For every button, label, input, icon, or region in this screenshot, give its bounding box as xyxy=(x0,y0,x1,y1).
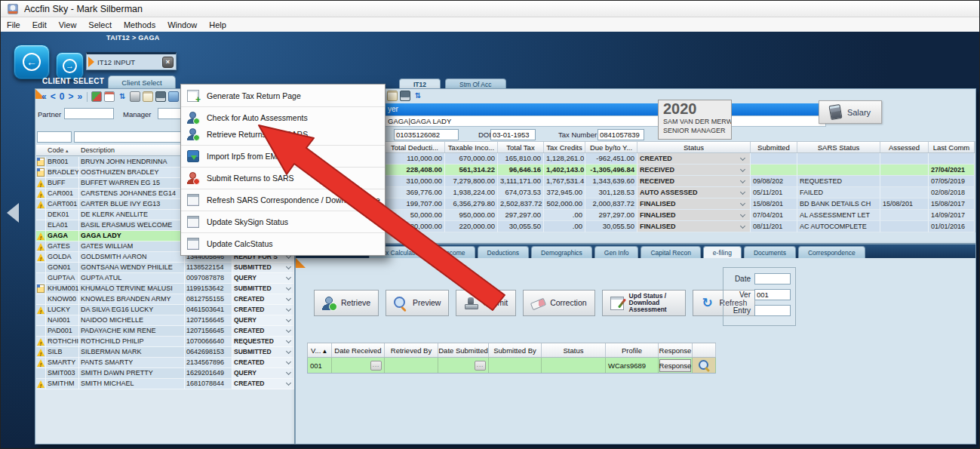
client-row[interactable]: KNOW00 KNOWLES BRANDEN ARMY 0812755155 C… xyxy=(36,294,294,305)
client-status-dropdown[interactable]: CREATED xyxy=(232,326,294,337)
id-number-field[interactable] xyxy=(394,129,459,140)
client-row[interactable]: SILB SILBERMAN MARK 0642698153 SUBMITTED xyxy=(36,347,294,358)
tait12file-tab[interactable]: Capital Recon xyxy=(641,246,700,258)
action-button[interactable]: Submit xyxy=(456,290,516,316)
menu-item[interactable]: View xyxy=(53,19,83,31)
column-header[interactable]: SARS Status xyxy=(797,142,880,152)
it12-return-row[interactable]: 110,000.00 670,000.00 165,810.00 1,128,2… xyxy=(385,153,975,165)
client-row[interactable]: PAD001 PADAYACHE KIM RENE 1207156645 CRE… xyxy=(36,326,294,337)
status-dropdown[interactable]: CREATED xyxy=(637,153,751,165)
browse-button[interactable]: ... xyxy=(370,361,382,371)
action-button[interactable]: Correction xyxy=(523,290,594,316)
status-dropdown[interactable]: AUTO ASSESSED xyxy=(637,187,751,198)
column-header[interactable]: Profile xyxy=(606,343,659,357)
pager-button[interactable]: 0 xyxy=(59,91,66,102)
code-column-header[interactable]: Code ▴ xyxy=(46,146,79,154)
status-dropdown[interactable]: FINALISED xyxy=(637,221,751,232)
menu-item[interactable]: Methods xyxy=(118,19,161,31)
column-header[interactable]: Taxable Inco... xyxy=(445,142,498,152)
client-name-field[interactable]: GAGA|GAGA LADY xyxy=(384,115,826,127)
menu-item[interactable]: Edit xyxy=(26,19,53,31)
client-row[interactable]: GON01 GONTSANA WENDY PHILILE 1138522154 … xyxy=(36,263,294,273)
column-header[interactable]: Response xyxy=(659,343,693,357)
it12-tab[interactable]: IT12 xyxy=(399,78,441,89)
tab-client-select[interactable]: Client Select xyxy=(108,75,176,89)
menu-option[interactable]: Generate Tax Return Page xyxy=(181,88,385,104)
toolbar-icon[interactable] xyxy=(91,91,102,102)
partner-input[interactable] xyxy=(64,108,114,119)
it12-return-row[interactable]: 199,707.00 6,356,279.80 2,502,837.72 502… xyxy=(385,198,975,210)
close-icon[interactable]: × xyxy=(162,57,174,68)
client-row[interactable]: SMIT003 SMITH DAWN PRETTY 1629201649 QUE… xyxy=(36,368,294,379)
tax-number-field[interactable] xyxy=(598,129,644,140)
it12-return-row[interactable]: 369,776.00 1,938,224.00 674,073.53 372,9… xyxy=(385,187,975,198)
status-dropdown[interactable]: FINALISED xyxy=(637,210,751,221)
column-header[interactable]: Date Submitted xyxy=(438,343,489,357)
column-header[interactable]: Assessed xyxy=(880,142,929,152)
column-header[interactable]: V... ▴ xyxy=(308,343,332,357)
status-dropdown[interactable]: FINALISED xyxy=(637,198,751,210)
column-header[interactable]: Last Comm xyxy=(929,142,975,152)
dob-field[interactable] xyxy=(490,129,536,140)
column-header[interactable]: Submitted xyxy=(751,142,797,152)
action-button[interactable]: Upd Status / Download Assessment xyxy=(602,290,686,316)
client-status-dropdown[interactable]: QUERY xyxy=(232,273,294,284)
client-row[interactable]: KHUM001 KHUMALO TERVINE MALUSI 119915364… xyxy=(36,284,294,294)
menu-option[interactable]: Check for Auto Assessments xyxy=(181,106,385,126)
it12-return-row[interactable]: 20,000.00 220,000.00 30,055.50 .00 30,05… xyxy=(385,221,975,232)
client-status-dropdown[interactable]: CREATED xyxy=(232,379,294,389)
client-status-dropdown[interactable]: SUBMITTED xyxy=(232,347,294,358)
toolbar-icon[interactable] xyxy=(155,91,166,102)
menu-option[interactable]: Retrieve Returns from SARS xyxy=(181,126,385,143)
tait12file-tab[interactable]: Demographics xyxy=(531,246,592,258)
toolbar-icon[interactable] xyxy=(143,91,153,102)
ver-field[interactable] xyxy=(754,289,791,300)
column-header[interactable]: Tax Credits xyxy=(544,142,585,152)
toolbar-icon[interactable] xyxy=(400,91,410,101)
browse-button[interactable]: ... xyxy=(475,361,486,371)
tait12file-tab[interactable]: Deductions xyxy=(478,246,530,258)
pager-button[interactable]: » xyxy=(76,91,83,102)
menu-option[interactable]: Refresh SARS Correspondence / Download A… xyxy=(181,189,385,208)
client-status-dropdown[interactable]: QUERY xyxy=(232,368,294,379)
tait12file-tab[interactable]: e-filing xyxy=(703,246,742,258)
action-button[interactable]: Retrieve xyxy=(314,290,379,316)
collapse-panel-icon[interactable] xyxy=(7,203,19,223)
status-dropdown[interactable]: RECEIVED xyxy=(637,165,751,176)
it12-tab[interactable]: Stm Of Acc xyxy=(445,78,506,89)
client-row[interactable]: SMITHM SMITH MICHAEL 1681078844 CREATED xyxy=(36,379,294,389)
client-row[interactable]: ROTHCHI ROTHCHILD PHILIP 1070066640 REQU… xyxy=(36,337,294,347)
it12-return-row[interactable]: 228,408.00 561,314.22 96,646.16 1,402,14… xyxy=(385,165,975,176)
column-header[interactable]: Total Deducti... xyxy=(385,142,445,152)
entry-field[interactable] xyxy=(754,305,791,316)
toolbar-icon[interactable] xyxy=(387,91,398,101)
pager-button[interactable]: > xyxy=(67,91,74,102)
column-header[interactable]: Submitted By xyxy=(489,343,542,357)
menu-option[interactable]: Submit Returns to SARS xyxy=(181,167,385,186)
client-status-dropdown[interactable]: QUERY xyxy=(232,315,294,326)
selected-taxpayer-bar[interactable]: yer xyxy=(384,103,826,115)
client-row[interactable]: GUPTAA GUPTA ATUL 0097087878 QUERY xyxy=(36,273,294,284)
toolbar-icon[interactable] xyxy=(168,91,179,102)
client-status-dropdown[interactable]: SUBMITTED xyxy=(232,263,294,273)
status-dropdown[interactable]: RECEIVED xyxy=(637,176,751,187)
it12-return-row[interactable]: 310,000.00 7,279,800.00 3,111,171.00 1,7… xyxy=(385,176,975,187)
it12-return-row[interactable]: 50,000.00 950,000.00 297,297.00 .00 297,… xyxy=(385,210,975,221)
tait12file-tab[interactable]: Correspondence xyxy=(798,246,865,258)
tait12file-tab[interactable]: Income xyxy=(435,246,475,258)
date-field[interactable] xyxy=(754,273,791,284)
toolbar-icon[interactable] xyxy=(130,91,140,102)
client-status-dropdown[interactable]: CREATED xyxy=(232,294,294,305)
toolbar-icon[interactable]: ⇅ xyxy=(117,91,127,102)
response-button[interactable]: Response xyxy=(659,359,691,372)
menu-item[interactable]: Select xyxy=(82,19,118,31)
client-row[interactable]: LUCKY DA SILVA EG16 LUCKY 0461503641 CRE… xyxy=(36,305,294,315)
tait12file-tab[interactable]: Gen Info xyxy=(594,246,639,258)
column-header[interactable]: Total Tax xyxy=(498,142,544,152)
menu-option[interactable]: Import Irp5 from EMP501 xyxy=(181,145,385,165)
client-row[interactable]: NAI001 NAIDOO MICHELLE 1207156645 QUERY xyxy=(36,315,294,326)
column-header[interactable] xyxy=(693,343,716,357)
pager-button[interactable]: « xyxy=(41,91,48,102)
magnifier-icon[interactable] xyxy=(699,360,710,371)
column-header[interactable]: Status xyxy=(637,142,751,152)
